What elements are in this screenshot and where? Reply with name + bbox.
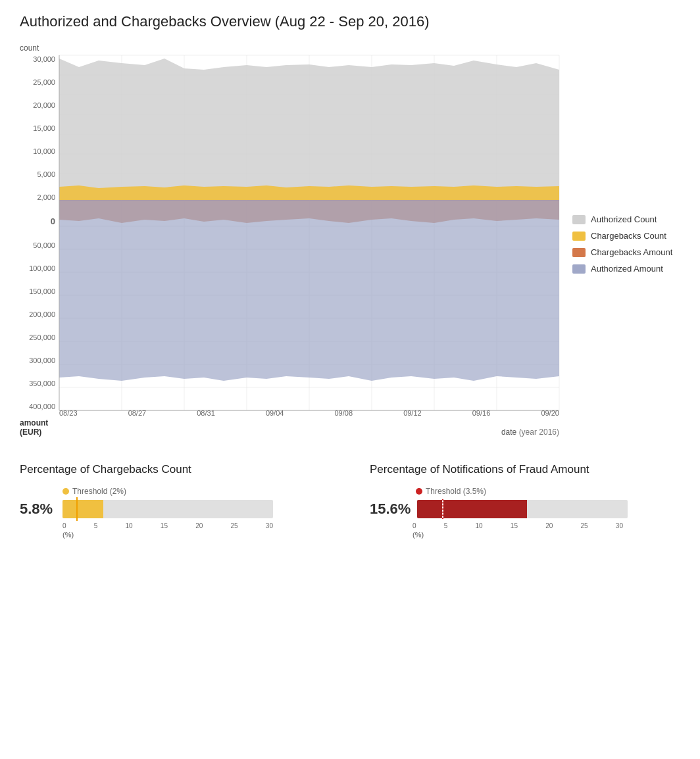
legend-label-chargebacks-count: Chargebacks Count: [591, 231, 666, 241]
threshold-dot-fraud-amount: [416, 488, 422, 495]
page-title: Authorized and Chargebacks Overview (Aug…: [20, 13, 680, 30]
legend-label-authorized-amount: Authorized Amount: [591, 264, 663, 274]
chargebacks-count-bar-track: [63, 500, 273, 518]
fraud-amount-threshold-line: [442, 497, 443, 521]
y-axis-count: 30,000 25,000 20,000 15,000 10,000 5,000…: [20, 55, 59, 410]
legend-label-authorized-count: Authorized Count: [591, 214, 657, 224]
fraud-amount-bar-title: Percentage of Notifications of Fraud Amo…: [370, 463, 680, 476]
legend-label-chargebacks-amount: Chargebacks Amount: [591, 247, 672, 257]
chart-legend: Authorized Count Chargebacks Count Charg…: [572, 214, 691, 274]
bottom-section: Percentage of Chargebacks Count Threshol…: [20, 463, 680, 558]
chargebacks-count-bar-title: Percentage of Chargebacks Count: [20, 463, 330, 476]
threshold-label-chargebacks-count: Threshold (2%): [72, 487, 126, 496]
chart-container: 30,000 25,000 20,000 15,000 10,000 5,000…: [20, 55, 559, 437]
chargebacks-count-threshold-line: [76, 497, 78, 521]
x-axis: 08/23 08/27 08/31 09/04 09/08 09/12 09/1…: [59, 409, 559, 417]
chart-area: count 30,000 25,000 20,000 15,000 10,000…: [20, 43, 680, 437]
legend-swatch-authorized-amount: [572, 264, 586, 274]
y-axis-count-label: count: [20, 43, 559, 53]
main-chart-wrapper: count 30,000 25,000 20,000 15,000 10,000…: [20, 43, 559, 437]
legend-swatch-chargebacks-amount: [572, 248, 586, 257]
authorized-count-area: [59, 59, 559, 200]
legend-item-authorized-amount: Authorized Amount: [572, 264, 691, 274]
main-chart-svg: [59, 55, 559, 410]
legend-item-authorized-count: Authorized Count: [572, 214, 691, 224]
fraud-amount-bar-track: [417, 500, 628, 518]
fraud-amount-percentage: 15.6%: [370, 501, 411, 518]
chargebacks-count-area: [59, 185, 559, 200]
chargebacks-count-x-unit: (%): [63, 531, 330, 539]
chargebacks-count-bar-fill: [63, 500, 103, 518]
legend-item-chargebacks-count: Chargebacks Count: [572, 231, 691, 241]
threshold-dot-chargebacks-count: [63, 488, 69, 495]
x-axis-date-label: date (year 2016): [501, 428, 559, 437]
authorized-amount-area: [59, 200, 559, 381]
chargebacks-count-bar-row: 5.8%: [20, 500, 330, 518]
chargebacks-count-bar-section: Percentage of Chargebacks Count Threshol…: [20, 463, 330, 558]
fraud-amount-bar-section: Percentage of Notifications of Fraud Amo…: [370, 463, 680, 558]
fraud-amount-bar-fill: [417, 500, 526, 518]
fraud-amount-x-unit: (%): [413, 531, 680, 539]
fraud-amount-bar-row: 15.6%: [370, 500, 680, 518]
legend-item-chargebacks-amount: Chargebacks Amount: [572, 247, 691, 257]
legend-swatch-chargebacks-count: [572, 232, 586, 241]
chargebacks-count-percentage: 5.8%: [20, 501, 56, 518]
y-axis-amount-label: amount(EUR): [20, 418, 48, 437]
threshold-label-fraud-amount: Threshold (3.5%): [426, 487, 486, 496]
legend-swatch-authorized-count: [572, 215, 586, 224]
